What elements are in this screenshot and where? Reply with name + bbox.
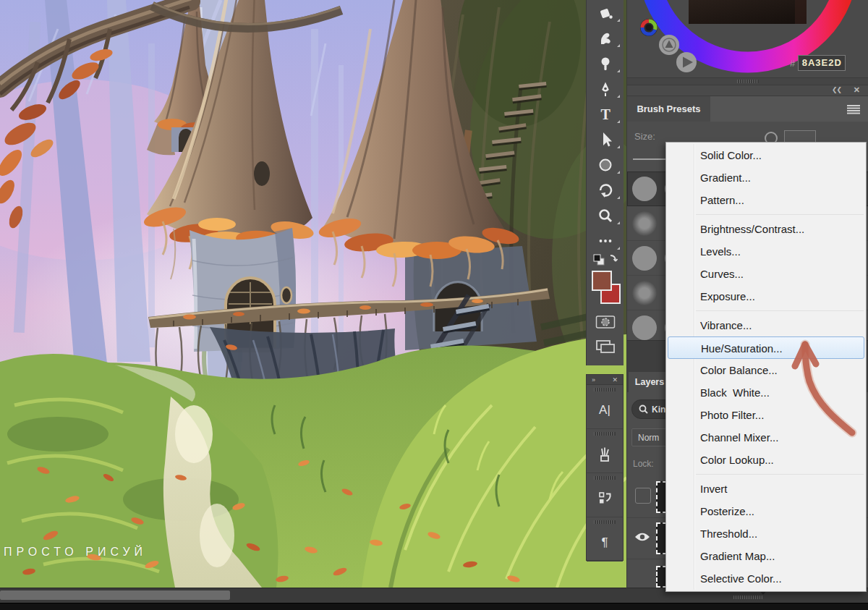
- menu-item-posterize[interactable]: Posterize...: [666, 500, 866, 522]
- play-color-button[interactable]: [676, 52, 697, 72]
- ellipse-icon: [597, 156, 614, 174]
- menu-separator: [666, 308, 866, 314]
- layer-visibility-toggle[interactable]: [635, 488, 651, 504]
- paragraph-panel-button[interactable]: ¶: [587, 517, 623, 562]
- watermark-text: ПРОСТО РИСУЙ: [4, 546, 147, 559]
- menu-item-exposure[interactable]: Exposure...: [666, 285, 866, 308]
- document-canvas[interactable]: ПРОСТО РИСУЙ: [0, 0, 626, 588]
- new-adjustment-layer-menu: Solid Color... Gradient... Pattern... Br…: [665, 142, 867, 592]
- blend-mode-value: Norm: [638, 433, 659, 443]
- menu-item-brightness-contrast[interactable]: Brightness/Contrast...: [666, 218, 866, 240]
- brush-size-label: Size:: [634, 131, 655, 142]
- menu-item-threshold[interactable]: Threshold...: [666, 522, 866, 545]
- color-wheel-panel[interactable]: # 8A3E2D: [627, 0, 868, 77]
- menu-item-vibrance[interactable]: Vibrance...: [666, 314, 866, 336]
- menu-item-selective-color[interactable]: Selective Color...: [666, 567, 866, 590]
- rotate-view-icon: [597, 182, 614, 199]
- collapse-panels-icon[interactable]: ❮❮: [832, 86, 841, 93]
- hex-value-input[interactable]: 8A3E2D: [798, 55, 846, 71]
- hex-hash-label: #: [790, 58, 795, 69]
- rotate-view-tool[interactable]: [587, 177, 624, 203]
- swap-colors-icon: [592, 253, 619, 270]
- divider-grip[interactable]: [737, 80, 759, 83]
- ellipsis-icon: [597, 232, 614, 250]
- paint-bucket-icon: [597, 4, 614, 22]
- menu-item-channel-mixer[interactable]: Channel Mixer...: [666, 426, 866, 449]
- dock-header: » ✕: [587, 375, 623, 385]
- menu-item-curves[interactable]: Curves...: [666, 263, 866, 285]
- screen-mode-button[interactable]: [587, 336, 624, 360]
- pen-icon: [597, 80, 614, 98]
- dodge-icon: [597, 55, 614, 72]
- scrollbar-thumb[interactable]: [0, 590, 230, 600]
- panel-bottom-grip[interactable]: [733, 596, 762, 599]
- menu-item-photo-filter[interactable]: Photo Filter...: [666, 404, 866, 426]
- bottom-dark-bar: [0, 603, 868, 610]
- menu-item-color-balance[interactable]: Color Balance...: [666, 359, 866, 381]
- tab-brush-presets[interactable]: Brush Presets: [627, 96, 710, 122]
- prev-color-button[interactable]: [659, 35, 679, 55]
- menu-item-hue-saturation[interactable]: Hue/Saturation...: [668, 336, 864, 359]
- paragraph-panel-icon: ¶: [601, 524, 608, 561]
- zoom-tool[interactable]: [587, 203, 624, 228]
- menu-item-color-lookup[interactable]: Color Lookup...: [666, 449, 866, 471]
- dodge-tool[interactable]: [587, 51, 624, 76]
- mini-color-wheel-icon[interactable]: [640, 19, 658, 36]
- tab-layers[interactable]: Layers: [629, 372, 671, 392]
- panel-hamburger-icon: [847, 105, 860, 114]
- smudge-icon: [597, 30, 614, 47]
- panel-group-header: ❮❮ ✕: [627, 85, 868, 96]
- quick-mask-icon: [595, 314, 616, 333]
- zoom-icon: [597, 207, 614, 224]
- menu-item-pattern[interactable]: Pattern...: [666, 189, 866, 211]
- default-swap-colors[interactable]: [587, 253, 624, 269]
- close-dock-icon[interactable]: ✕: [612, 376, 618, 384]
- path-select-icon: [597, 131, 614, 148]
- brush-settings-panel-button[interactable]: [587, 429, 623, 473]
- photoshop-window: ПРОСТО РИСУЙ T » ✕ A|: [0, 0, 868, 610]
- search-icon: [639, 404, 648, 414]
- type-tool[interactable]: T: [587, 101, 624, 127]
- forest-treehouse-painting: [0, 0, 626, 588]
- expand-panels-icon[interactable]: »: [592, 376, 595, 384]
- pen-tool[interactable]: [587, 76, 624, 101]
- tool-presets-panel-button[interactable]: [587, 473, 623, 517]
- close-panel-icon[interactable]: ✕: [854, 85, 860, 95]
- character-panel-button[interactable]: A|: [587, 385, 623, 429]
- panel-menu-button[interactable]: [847, 104, 860, 117]
- menu-item-gradient[interactable]: Gradient...: [666, 166, 866, 189]
- ellipse-shape-tool[interactable]: [587, 152, 624, 177]
- menu-item-solid-color[interactable]: Solid Color...: [666, 144, 866, 166]
- paint-bucket-tool[interactable]: [587, 0, 624, 25]
- menu-item-invert[interactable]: Invert: [666, 478, 866, 500]
- path-selection-tool[interactable]: [587, 127, 624, 152]
- foreground-color-swatch[interactable]: [592, 271, 612, 291]
- brush-panel-tab-bar: Brush Presets: [627, 96, 868, 122]
- color-swatches: [587, 269, 624, 311]
- eye-icon[interactable]: [634, 532, 650, 542]
- quick-mask-button[interactable]: [587, 311, 624, 336]
- screen-mode-icon: [595, 339, 616, 357]
- hex-field-group: # 8A3E2D: [790, 55, 846, 71]
- tool-presets-icon: [595, 480, 614, 517]
- lock-label: Lock:: [633, 459, 654, 469]
- type-icon: T: [597, 106, 614, 123]
- edit-toolbar-button[interactable]: [587, 228, 624, 253]
- menu-separator: [666, 471, 866, 478]
- svg-text:T: T: [600, 106, 610, 122]
- character-panel-icon: A|: [599, 391, 610, 428]
- menu-item-levels[interactable]: Levels...: [666, 240, 866, 263]
- menu-item-black-white[interactable]: Black White...: [666, 381, 866, 404]
- menu-item-gradient-map[interactable]: Gradient Map...: [666, 545, 866, 567]
- brush-settings-icon: [595, 436, 614, 473]
- menu-separator: [666, 211, 866, 218]
- smudge-tool[interactable]: [587, 25, 624, 51]
- collapsed-panel-dock: » ✕ A| ¶: [586, 374, 624, 561]
- kind-filter-label: Kin: [652, 404, 665, 415]
- tools-toolbar: T: [586, 0, 624, 365]
- horizontal-scrollbar[interactable]: [0, 588, 626, 603]
- panel-divider[interactable]: [627, 77, 868, 85]
